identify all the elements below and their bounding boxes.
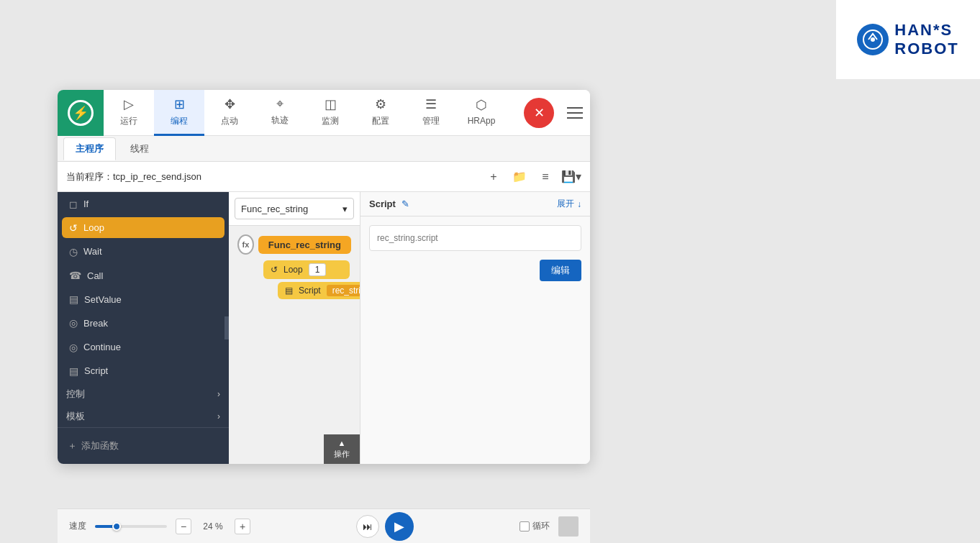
skip-button[interactable]: ⏭ (356, 515, 379, 538)
block-container: fx Func_rec_string ↺ Loop 1 (237, 234, 351, 299)
sidebar-item-continue[interactable]: ◎ Continue (62, 337, 224, 357)
control-arrow-icon: › (217, 389, 220, 399)
script-icon: ▤ (69, 365, 78, 377)
tab-main-program[interactable]: 主程序 (63, 137, 116, 160)
dropdown-arrow-icon: ▾ (342, 204, 348, 214)
break-icon: ◎ (69, 317, 78, 329)
logo-hans: HAN*S (894, 21, 953, 40)
edit-button[interactable]: 编辑 (540, 260, 581, 281)
setvalue-icon: ▤ (69, 293, 78, 305)
hans-robot-logo-icon (857, 24, 889, 55)
app-window: ⚡ ▷ 运行 ⊞ 编程 ✥ 点动 ⌖ 轨迹 ◫ 监测 ⚙ 配置 ☰ 管理 (58, 90, 590, 464)
script-block-icon: ▤ (285, 286, 293, 296)
add-func-label: 添加函数 (81, 439, 119, 452)
speed-label: 速度 (69, 520, 86, 532)
hrapp-icon: ⬡ (476, 97, 487, 113)
logo-bar: HAN*S ROBOT (836, 0, 980, 79)
script-edit-icon[interactable]: ✎ (401, 199, 409, 209)
script-panel-title: Script (369, 199, 396, 209)
nav-item-program[interactable]: ⊞ 编程 (154, 90, 204, 136)
nav-item-monitor[interactable]: ◫ 监测 (305, 90, 355, 136)
canvas-toolbar: Func_rec_string ▾ (229, 192, 360, 226)
open-folder-button[interactable]: 📁 (509, 167, 530, 187)
menu-button[interactable] (560, 98, 590, 128)
tab-bar: 主程序 线程 (58, 136, 590, 162)
sidebar-item-loop[interactable]: ↺ Loop (62, 217, 224, 238)
speed-increase-button[interactable]: + (235, 519, 250, 534)
script-input-field[interactable] (369, 225, 581, 251)
nav-item-program-label: 编程 (171, 115, 188, 127)
script-expand-button[interactable]: 展开 ↓ (557, 198, 581, 210)
logo-robot: ROBOT (894, 40, 958, 58)
sidebar-item-break-label: Break (83, 318, 217, 329)
script-panel-header: Script ✎ 展开 ↓ (360, 192, 590, 216)
list-button[interactable]: ≡ (535, 167, 555, 187)
nav-item-hrapp[interactable]: ⬡ HRApp (456, 90, 507, 136)
sidebar-collapse-button[interactable]: ‹ (224, 316, 229, 339)
add-program-button[interactable]: + (484, 167, 504, 187)
loop-icon: ↺ (69, 222, 78, 234)
control-label: 控制 (66, 388, 85, 401)
nav-logo-button[interactable]: ⚡ (58, 90, 104, 136)
speed-slider-thumb (112, 522, 121, 531)
monitor-icon: ◫ (325, 96, 337, 112)
nav-item-config-label: 配置 (372, 115, 389, 127)
sidebar-item-if[interactable]: ◻ If (62, 193, 224, 214)
play-button[interactable]: ▶ (385, 512, 414, 541)
function-select-dropdown[interactable]: Func_rec_string ▾ (235, 198, 354, 219)
script-block[interactable]: ▤ Script rec_string.... (278, 282, 360, 299)
sidebar-item-wait-label: Wait (83, 246, 217, 257)
nav-item-run-label: 运行 (120, 115, 137, 127)
loop-checkbox-group: 循环 (520, 520, 550, 532)
nav-item-hrapp-label: HRApp (468, 116, 496, 126)
nav-item-manage[interactable]: ☰ 管理 (406, 90, 456, 136)
nav-item-config[interactable]: ⚙ 配置 (355, 90, 406, 136)
sidebar-item-if-label: If (83, 199, 217, 209)
nav-item-trajectory[interactable]: ⌖ 轨迹 (255, 90, 305, 136)
run-icon: ▷ (124, 96, 134, 112)
bluetooth-button[interactable]: ✕ (524, 98, 554, 128)
sidebar-item-continue-label: Continue (83, 342, 217, 352)
template-label: 模板 (66, 410, 85, 423)
stop-button[interactable] (558, 516, 579, 537)
sidebar-section-template[interactable]: 模板 › (58, 405, 229, 427)
sidebar-item-script[interactable]: ▤ Script (62, 360, 224, 381)
nav-item-manage-label: 管理 (422, 115, 440, 127)
if-icon: ◻ (69, 199, 78, 210)
wait-icon: ◷ (69, 246, 78, 257)
func-name-block[interactable]: Func_rec_string (258, 236, 351, 254)
sidebar-section-control[interactable]: 控制 › (58, 383, 229, 405)
expand-label: 展开 (557, 198, 574, 210)
loop-checkbox[interactable] (520, 521, 530, 531)
call-icon: ☎ (69, 270, 81, 281)
tab-thread[interactable]: 线程 (119, 138, 160, 160)
nav-item-run[interactable]: ▷ 运行 (104, 90, 154, 136)
sidebar-item-wait[interactable]: ◷ Wait (62, 241, 224, 262)
sidebar-item-loop-label: Loop (83, 222, 217, 233)
func-block: fx Func_rec_string (237, 234, 351, 255)
loop-block[interactable]: ↺ Loop 1 (263, 260, 350, 279)
nav-logo-icon: ⚡ (68, 100, 94, 126)
jog-icon: ✥ (224, 96, 235, 112)
nav-bar: ⚡ ▷ 运行 ⊞ 编程 ✥ 点动 ⌖ 轨迹 ◫ 监测 ⚙ 配置 ☰ 管理 (58, 90, 590, 136)
nav-item-jog[interactable]: ✥ 点动 (204, 90, 255, 136)
save-button[interactable]: 💾▾ (561, 167, 581, 187)
sidebar-item-call[interactable]: ☎ Call (62, 265, 224, 286)
operation-button[interactable]: ▲ 操作 (324, 434, 360, 464)
canvas-body[interactable]: fx Func_rec_string ↺ Loop 1 (229, 226, 360, 464)
sidebar-item-setvalue[interactable]: ▤ SetValue (62, 289, 224, 310)
loop-count: 1 (309, 263, 327, 276)
speed-slider[interactable] (95, 525, 167, 528)
loop-block-label: Loop (283, 265, 303, 275)
add-function-button[interactable]: ＋ 添加函数 (63, 435, 223, 457)
manage-icon: ☰ (425, 96, 437, 112)
expand-down-icon: ↓ (577, 199, 581, 209)
nav-item-trajectory-label: 轨迹 (271, 114, 289, 127)
func-badge: fx (237, 234, 254, 255)
sidebar-bottom: ＋ 添加函数 (58, 427, 229, 464)
menu-line (567, 112, 583, 114)
play-controls: ⏭ ▶ (356, 512, 414, 541)
speed-decrease-button[interactable]: − (176, 519, 191, 534)
func-select-value: Func_rec_string (241, 204, 308, 214)
sidebar-item-break[interactable]: ◎ Break (62, 313, 224, 334)
